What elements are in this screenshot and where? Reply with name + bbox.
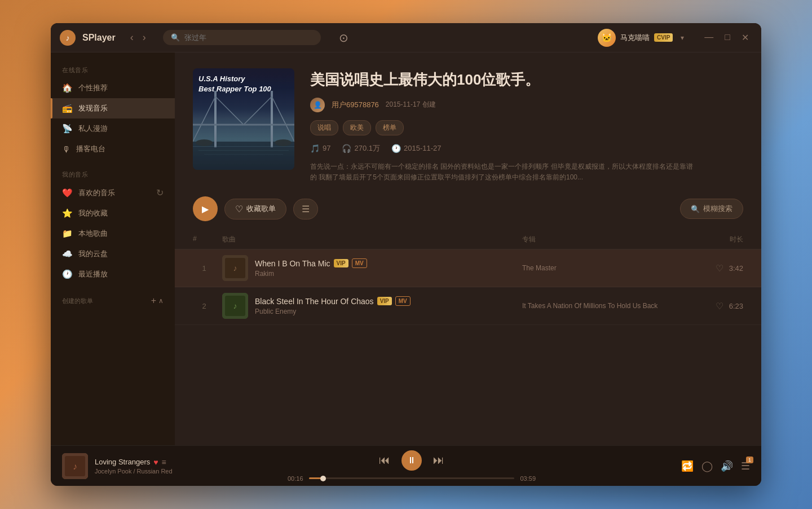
minimize-button[interactable]: —	[701, 31, 717, 44]
like-button[interactable]: ♡	[716, 263, 723, 274]
song-duration: 6:23	[729, 302, 743, 310]
table-row[interactable]: 2 ♪ Black Steel In The Hour Of Chaos	[175, 287, 761, 325]
play-all-button[interactable]: ▶	[193, 196, 218, 221]
col-header-num: #	[193, 235, 215, 244]
cover-text: U.S.A History Best Rapper Top 100	[198, 74, 271, 94]
collect-button[interactable]: ♡ 收藏歌单	[224, 199, 286, 220]
playlist-title: 美国说唱史上最伟大的100位歌手。	[310, 71, 743, 90]
playlist-header: U.S.A History Best Rapper Top 100 美国说唱史上…	[175, 52, 761, 196]
song-list: 1 ♪ When I B On Tha Mic	[175, 249, 761, 445]
song-album: The Master	[522, 264, 691, 272]
vip-badge: CVIP	[654, 33, 673, 42]
sidebar-item-discover[interactable]: 📻 发现音乐	[51, 98, 175, 119]
collect-label: 收藏歌单	[246, 204, 276, 214]
song-number: 2	[193, 302, 215, 310]
song-count-value: 97	[323, 144, 330, 152]
song-album: It Takes A Nation Of Millions To Hold Us…	[522, 302, 691, 310]
play-count-value: 270.1万	[354, 143, 380, 153]
sidebar-item-recent[interactable]: 🕐 最近播放	[51, 264, 175, 284]
heart-filled-icon[interactable]: ♥	[153, 458, 158, 467]
queue-button-wrapper: ☰ 1	[741, 460, 750, 472]
headphone-icon: 🎧	[342, 144, 351, 153]
song-main: ♪ Black Steel In The Hour Of Chaos VIP M…	[222, 293, 515, 319]
sidebar-item-wander[interactable]: 📡 私人漫游	[51, 119, 175, 139]
home-icon: 🏠	[62, 83, 73, 93]
sidebar-item-podcast[interactable]: 🎙 播客电台	[51, 139, 175, 159]
collapse-playlists-button[interactable]: ∧	[158, 297, 164, 305]
user-dropdown-icon[interactable]: ▾	[677, 32, 687, 44]
back-button[interactable]: ‹	[127, 29, 137, 46]
pause-button[interactable]: ⏸	[401, 450, 422, 471]
sidebar-item-collected[interactable]: ⭐ 我的收藏	[51, 203, 175, 223]
heart-icon: ❤️	[62, 188, 73, 198]
lyric-button[interactable]: ◯	[701, 460, 713, 472]
prev-button[interactable]: ⏮	[379, 454, 390, 467]
sidebar-item-local[interactable]: 📁 本地歌曲	[51, 223, 175, 244]
svg-rect-10	[198, 150, 289, 151]
playlist-cover: U.S.A History Best Rapper Top 100	[193, 68, 294, 170]
song-thumbnail: ♪	[222, 293, 248, 319]
list-view-button[interactable]: ☰	[293, 199, 318, 220]
song-actions: ♡ 6:23	[698, 301, 743, 311]
sidebar-item-liked[interactable]: ❤️ 喜欢的音乐 ↻	[51, 182, 175, 203]
search-label: 模糊搜索	[703, 204, 732, 214]
star-icon: ⭐	[62, 208, 73, 218]
like-button[interactable]: ♡	[716, 301, 723, 311]
maximize-button[interactable]: □	[721, 31, 734, 44]
stat-play-count: 🎧 270.1万	[342, 143, 380, 153]
created-date: 2015-11-17 创建	[386, 100, 436, 109]
mv-badge: MV	[352, 258, 367, 268]
github-button[interactable]: ⊙	[334, 29, 353, 47]
playlist-icon[interactable]: ≡	[162, 458, 166, 467]
repeat-button[interactable]: 🔁	[681, 460, 694, 472]
control-buttons: ⏮ ⏸ ⏭	[379, 450, 444, 471]
now-playing-info: Loving Strangers ♥ ≡ Jocelyn Pook / Russ…	[95, 458, 186, 475]
sidebar-item-label: 私人漫游	[78, 124, 108, 134]
sidebar-item-cloud[interactable]: ☁️ 我的云盘	[51, 244, 175, 264]
fuzzy-search-button[interactable]: 🔍 模糊搜索	[680, 199, 743, 219]
song-thumbnail: ♪	[222, 255, 248, 281]
clock-icon: 🕐	[62, 269, 73, 279]
col-header-duration: 时长	[698, 235, 743, 244]
table-header: # 歌曲 专辑 时长	[175, 230, 761, 249]
now-playing-thumbnail: ♪	[62, 453, 88, 479]
song-details: Black Steel In The Hour Of Chaos VIP MV …	[255, 296, 515, 315]
music-note-icon: 🎵	[310, 144, 320, 153]
playlist-tags: 说唱 欧美 榜单	[310, 120, 743, 135]
window-controls: — □ ✕	[701, 31, 752, 44]
now-playing-title: Loving Strangers ♥ ≡	[95, 458, 186, 467]
volume-button[interactable]: 🔊	[721, 460, 733, 472]
online-music-label: 在线音乐	[51, 62, 175, 78]
sidebar-item-label: 我的云盘	[78, 249, 108, 259]
svg-text:♪: ♪	[233, 264, 237, 273]
sidebar-item-personal[interactable]: 🏠 个性推荐	[51, 78, 175, 98]
creator-avatar: 👤	[310, 98, 325, 112]
search-icon: 🔍	[171, 33, 180, 42]
cloud-icon: ☁️	[62, 249, 73, 259]
now-playing-artist: Jocelyn Pook / Russian Red	[95, 468, 186, 475]
next-button[interactable]: ⏭	[433, 454, 444, 467]
close-button[interactable]: ✕	[738, 31, 752, 44]
forward-button[interactable]: ›	[139, 29, 149, 46]
song-actions: ♡ 3:42	[698, 263, 743, 274]
svg-point-12	[196, 139, 213, 146]
table-row[interactable]: 1 ♪ When I B On Tha Mic	[175, 249, 761, 287]
sidebar-item-label: 播客电台	[76, 144, 105, 154]
search-input[interactable]	[184, 33, 313, 42]
tag-chart[interactable]: 榜单	[376, 120, 404, 135]
tag-western[interactable]: 欧美	[343, 120, 371, 135]
now-playing: ♪ Loving Strangers ♥ ≡ Jocelyn Pook / Ru…	[62, 453, 186, 479]
song-number: 1	[193, 264, 215, 273]
progress-track[interactable]	[309, 477, 515, 479]
svg-text:♪: ♪	[233, 301, 237, 310]
progress-bar[interactable]: 00:16 03:59	[288, 475, 536, 482]
playlist-stats: 🎵 97 🎧 270.1万 🕐 2015-11-27	[310, 143, 743, 153]
tag-rap[interactable]: 说唱	[310, 120, 338, 135]
add-playlist-button[interactable]: +	[151, 296, 156, 306]
search-bar[interactable]: 🔍	[163, 30, 321, 45]
created-playlists-header: 创建的歌单 + ∧	[51, 291, 175, 310]
app-window: ♪ SPlayer ‹ › 🔍 ⊙ 🐱 马克喵喵 CVIP ▾ — □ ✕	[51, 23, 761, 486]
song-name-row: Black Steel In The Hour Of Chaos VIP MV	[255, 296, 515, 306]
creator-name[interactable]: 用户69578876	[332, 100, 379, 110]
svg-rect-11	[204, 154, 283, 155]
